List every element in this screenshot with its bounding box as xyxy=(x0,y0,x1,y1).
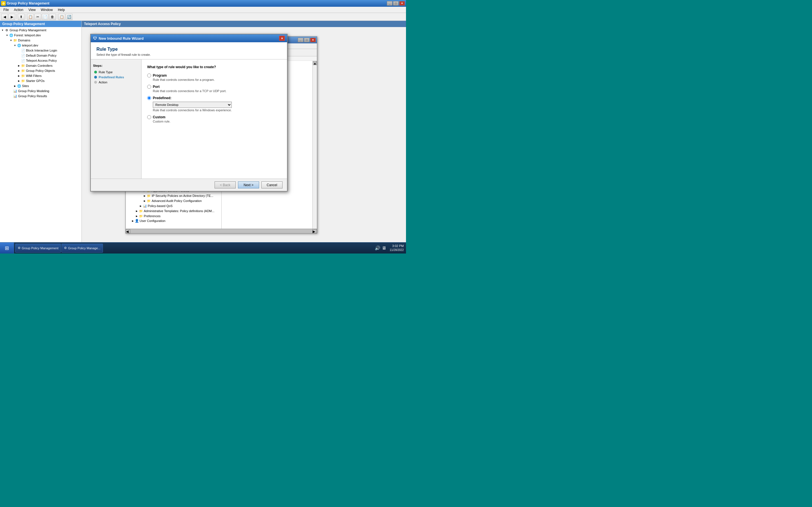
predefined-dropdown[interactable]: Remote Desktop Core Networking File and … xyxy=(153,102,232,108)
back-button[interactable]: < Back xyxy=(214,181,236,188)
toolbar-back[interactable]: ◀ xyxy=(1,14,8,20)
tree-preferences[interactable]: ▶ 📁 Preferences xyxy=(126,214,221,219)
gpm-maximize[interactable]: □ xyxy=(304,38,310,42)
wizard-steps-title: Steps: xyxy=(93,64,139,67)
tree-group-policy-management[interactable]: ▼ ⚙ Group Policy Management xyxy=(1,27,81,33)
taskbar-items: ⚙ Group Policy Management ⚙ Group Policy… xyxy=(14,244,372,252)
label-port: Port xyxy=(153,85,160,89)
folder-icon: 📁 xyxy=(21,68,26,73)
taskbar-tray: 🔊 🖥 3:02 PM 11/28/2022 xyxy=(372,244,406,252)
wizard-step-rule-type: Rule Type xyxy=(93,69,139,75)
tree-audit-policy[interactable]: ▶ 📁 Advanced Audit Policy Configuration xyxy=(126,198,221,203)
option-custom: Custom Custom rule. xyxy=(147,115,282,123)
toolbar-cut[interactable]: ✂ xyxy=(35,14,41,20)
taskbar-item-gpm[interactable]: ⚙ Group Policy Management xyxy=(15,244,61,252)
wizard-question: What type of rule would you like to crea… xyxy=(147,65,282,69)
expand-icon xyxy=(17,48,21,52)
radio-group: Program Rule that controls connections f… xyxy=(147,73,282,123)
expand-icon: ▶ xyxy=(17,64,21,68)
tree-gp-modeling[interactable]: 📊 Group Policy Modeling xyxy=(1,89,81,94)
gpo-icon: 📄 xyxy=(21,58,26,63)
option-predefined: Predefined: Remote Desktop Core Networki… xyxy=(147,96,282,112)
tree-domains[interactable]: ▼ 📁 Domains xyxy=(1,38,81,43)
gpm-editor-buttons: _ □ ✕ xyxy=(298,38,316,42)
tree-domain-controllers[interactable]: ▶ 📁 Domain Controllers xyxy=(1,63,81,68)
gpm-tree: ▼ ⚙ Group Policy Management ▼ 🌐 Forest: … xyxy=(0,27,82,242)
maximize-button[interactable]: □ xyxy=(393,1,399,6)
wizard-close-button[interactable]: ✕ xyxy=(279,36,285,41)
domains-icon: 📁 xyxy=(13,38,17,43)
toolbar-copy[interactable]: 📋 xyxy=(27,14,34,20)
tree-wmi-filters[interactable]: ▶ 📁 WMI Filters xyxy=(1,73,81,78)
radio-program[interactable] xyxy=(147,73,151,77)
wizard-step-action: Action xyxy=(93,80,139,85)
editor-scrollbar[interactable]: ▲ xyxy=(312,61,317,229)
tree-admin-templates[interactable]: ▶ 📁 Administrative Templates: Policy def… xyxy=(126,209,221,214)
domain-icon: 🌐 xyxy=(17,43,21,48)
tree-sites[interactable]: ▶ 🌐 Sites xyxy=(1,83,81,89)
step-dot-action xyxy=(94,81,97,83)
gpm-minimize[interactable]: _ xyxy=(298,38,303,42)
label-program: Program xyxy=(153,73,167,77)
start-button[interactable]: ⊞ xyxy=(0,242,14,253)
tree-forest[interactable]: ▼ 🌐 Forest: teleport.dev xyxy=(1,33,81,38)
radio-port[interactable] xyxy=(147,85,151,89)
next-button[interactable]: Next > xyxy=(238,181,259,188)
option-program: Program Rule that controls connections f… xyxy=(147,73,282,81)
toolbar-refresh[interactable]: 🔄 xyxy=(66,14,72,20)
folder-icon: 📁 xyxy=(21,73,26,78)
tree-starter-gpos[interactable]: ▶ 📁 Starter GPOs xyxy=(1,78,81,83)
wizard-titlebar-buttons: ✕ xyxy=(279,36,285,41)
expand-icon xyxy=(9,94,13,98)
app-icon: ⚙ xyxy=(1,1,6,6)
main-toolbar: ◀ ▶ ⬆ 📋 ✂ 📄 🗑 📋 🔄 xyxy=(0,13,406,21)
tree-teleport-access[interactable]: 📄 Teleport Access Policy xyxy=(1,58,81,63)
menu-view[interactable]: View xyxy=(26,7,38,12)
toolbar-up[interactable]: ⬆ xyxy=(18,14,24,20)
toolbar-paste[interactable]: 📄 xyxy=(42,14,49,20)
tree-default-domain[interactable]: 📄 Default Domain Policy xyxy=(1,53,81,58)
expand-icon xyxy=(17,59,21,62)
editor-hscroll[interactable]: ◀ ▶ xyxy=(126,229,317,233)
toolbar-delete[interactable]: 🗑 xyxy=(49,14,56,20)
tree-teleport-dev[interactable]: ▼ 🌐 teleport.dev xyxy=(1,43,81,48)
wizard-header-title: Rule Type xyxy=(96,47,282,52)
wizard-header-subtitle: Select the type of firewall rule to crea… xyxy=(96,53,282,56)
desc-predefined: Rule that controls connections for a Win… xyxy=(153,108,282,112)
desc-program: Rule that controls connections for a pro… xyxy=(153,78,282,81)
menu-file[interactable]: File xyxy=(1,7,11,12)
tree-policy-qos[interactable]: ▶ 📊 Policy-based QoS xyxy=(126,203,221,209)
main-title: Group Policy Management xyxy=(7,1,387,5)
cancel-button[interactable]: Cancel xyxy=(261,181,283,188)
gpm-close[interactable]: ✕ xyxy=(310,38,316,42)
radio-predefined[interactable] xyxy=(147,96,151,100)
titlebar-buttons: _ □ ✕ xyxy=(387,1,405,6)
radio-custom[interactable] xyxy=(147,115,151,119)
wizard-titlebar: 🛡 New Inbound Rule Wizard ✕ xyxy=(91,34,287,42)
close-button[interactable]: ✕ xyxy=(399,1,405,6)
gpo-icon: 📄 xyxy=(21,53,26,58)
tree-block-interactive[interactable]: 📄 Block Interactive Login xyxy=(1,48,81,53)
taskbar-item-gpe[interactable]: ⚙ Group Policy Manage... xyxy=(61,244,103,252)
wizard-content: What type of rule would you like to crea… xyxy=(142,59,287,179)
label-custom: Custom xyxy=(153,115,165,119)
toolbar-forward[interactable]: ▶ xyxy=(8,14,15,20)
tree-gp-results[interactable]: 📊 Group Policy Results xyxy=(1,94,81,99)
menu-help[interactable]: Help xyxy=(56,7,67,12)
toolbar-properties[interactable]: 📋 xyxy=(58,14,65,20)
main-titlebar: ⚙ Group Policy Management _ □ ✕ xyxy=(0,0,406,7)
modeling-icon: 📊 xyxy=(13,89,17,93)
taskbar: ⊞ ⚙ Group Policy Management ⚙ Group Poli… xyxy=(0,242,406,253)
tree-ip-security[interactable]: ▶ 📁 IP Security Policies on Active Direc… xyxy=(126,193,221,198)
tray-icons: 🔊 🖥 xyxy=(375,245,386,251)
expand-icon: ▼ xyxy=(9,38,13,42)
menu-action[interactable]: Action xyxy=(11,7,26,12)
menu-window[interactable]: Window xyxy=(39,7,55,12)
minimize-button[interactable]: _ xyxy=(387,1,393,6)
forest-icon: 🌐 xyxy=(9,33,13,38)
tree-user-config[interactable]: ▶ 👤 User Configuration xyxy=(126,219,221,223)
folder-icon: 📁 xyxy=(21,63,26,68)
desc-custom: Custom rule. xyxy=(153,120,282,123)
wizard-step-predefined: Predefined Rules xyxy=(93,75,139,80)
tree-group-policy-objects[interactable]: ▶ 📁 Group Policy Objects xyxy=(1,68,81,73)
